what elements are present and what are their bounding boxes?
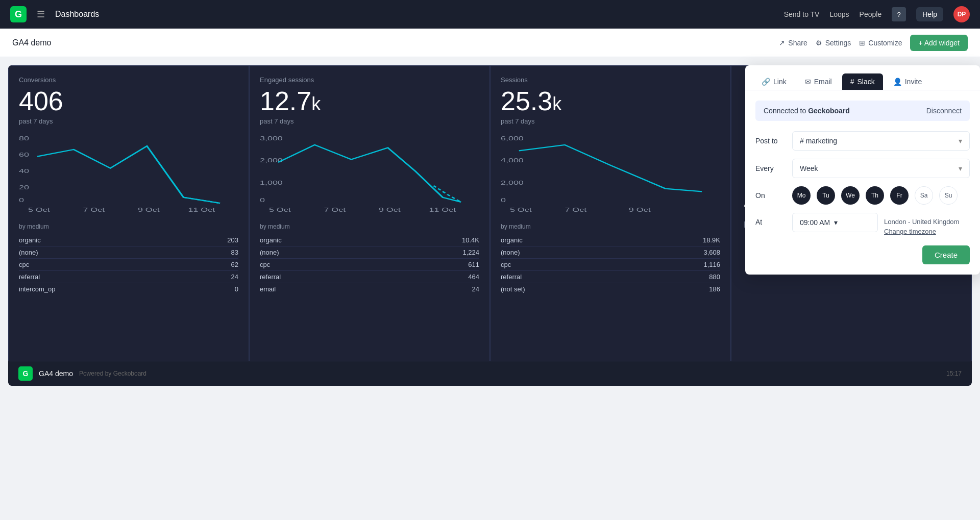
- slack-icon: #: [850, 78, 854, 86]
- at-row: At 09:00 AM ▾ London - United Kingdom Ch…: [755, 213, 970, 235]
- at-time-chevron: ▾: [834, 218, 838, 227]
- on-label: On: [755, 191, 786, 200]
- day-th[interactable]: Th: [866, 186, 884, 205]
- settings-icon: ⚙: [816, 39, 822, 47]
- every-value: Week: [800, 164, 818, 172]
- day-mo[interactable]: Mo: [792, 186, 811, 205]
- x-7oct: 7 Oct: [83, 207, 105, 213]
- popover-tabs: 🔗 Link ✉ Email # Slack 👤 Invite: [745, 65, 980, 90]
- x2-9oct: 9 Oct: [379, 207, 401, 213]
- day-su[interactable]: Su: [939, 186, 958, 205]
- on-days-row: On Mo Tu We Th Fr Sa Su: [755, 186, 970, 205]
- x-9oct: 9 Oct: [138, 207, 160, 213]
- tab-link[interactable]: 🔗 Link: [753, 73, 795, 90]
- customize-label: Customize: [868, 39, 902, 47]
- create-button[interactable]: Create: [922, 245, 970, 264]
- medium3-referral: referral880: [501, 271, 720, 283]
- conversions-value: 406: [19, 88, 238, 114]
- day-tu[interactable]: Tu: [817, 186, 835, 205]
- post-to-select[interactable]: # marketing ▾: [792, 131, 970, 151]
- footer-powered: Powered by Geckoboard: [79, 370, 146, 377]
- footer-logo: G: [18, 366, 33, 381]
- send-to-tv-link[interactable]: Send to TV: [784, 10, 820, 18]
- slack-popover: 🔗 Link ✉ Email # Slack 👤 Invite Connecte…: [745, 65, 980, 275]
- sessions-label: Sessions: [501, 76, 720, 84]
- subheader: GA4 demo ↗ Share ⚙ Settings ⊞ Customize …: [0, 29, 980, 57]
- medium3-organic: organic18.9K: [501, 234, 720, 246]
- add-widget-button[interactable]: + Add widget: [910, 35, 968, 51]
- help-button[interactable]: Help: [916, 7, 943, 21]
- conversions-medium: by medium organic203 (none)83 cpc62 refe…: [19, 223, 238, 295]
- customize-button[interactable]: ⊞ Customize: [859, 39, 902, 47]
- y3-4000: 4,000: [501, 157, 524, 163]
- footer-time: 15:17: [946, 370, 962, 377]
- every-label: Every: [755, 164, 786, 172]
- medium3-cpc: cpc1,116: [501, 259, 720, 271]
- at-time-select[interactable]: 09:00 AM ▾: [792, 213, 878, 232]
- tab-slack[interactable]: # Slack: [842, 73, 883, 90]
- page-title: GA4 demo: [12, 38, 779, 47]
- avatar[interactable]: DP: [953, 6, 970, 22]
- y-label-40: 40: [19, 167, 29, 174]
- share-label: Share: [788, 39, 807, 47]
- medium3-none: (none)3,608: [501, 246, 720, 259]
- y3-2000: 2,000: [501, 179, 524, 186]
- every-chevron-icon: ▾: [959, 164, 962, 172]
- share-button[interactable]: ↗ Share: [779, 39, 807, 47]
- conversions-label: Conversions: [19, 76, 238, 84]
- tab-slack-label: Slack: [857, 78, 875, 86]
- change-timezone-link[interactable]: Change timezone: [884, 228, 970, 235]
- conversions-chart: 80 60 40 20 0 5 Oct 7 Oct 9 Oct 11 Oct: [19, 133, 238, 215]
- engaged-chart: 3,000 2,000 1,000 0 5 Oct 7 Oct 9 Oct 11…: [260, 133, 479, 215]
- x3-7oct: 7 Oct: [565, 207, 587, 213]
- sessions-card: Sessions 25.3k past 7 days 6,000 4,000 2…: [490, 65, 731, 361]
- topnav-title: Dashboards: [55, 10, 99, 19]
- menu-icon[interactable]: ☰: [37, 9, 45, 20]
- medium2-cpc: cpc611: [260, 259, 479, 271]
- help-q-icon[interactable]: ?: [892, 7, 906, 21]
- conversions-sub: past 7 days: [19, 117, 238, 125]
- post-to-label: Post to: [755, 137, 786, 145]
- tab-email[interactable]: ✉ Email: [797, 73, 840, 90]
- day-sa[interactable]: Sa: [915, 186, 933, 205]
- engaged-value: 12.7k: [260, 88, 479, 114]
- loops-link[interactable]: Loops: [829, 10, 849, 18]
- chevron-down-icon: ▾: [959, 137, 962, 145]
- tab-invite[interactable]: 👤 Invite: [885, 73, 930, 90]
- x-11oct: 11 Oct: [188, 207, 215, 213]
- every-row: Every Week ▾: [755, 159, 970, 178]
- every-select[interactable]: Week ▾: [792, 159, 970, 178]
- tab-email-label: Email: [814, 78, 832, 86]
- y3-0: 0: [501, 196, 506, 203]
- connected-text: Connected to Geckoboard: [764, 107, 850, 115]
- topnav: G ☰ Dashboards Send to TV Loops People ?…: [0, 0, 980, 29]
- people-link[interactable]: People: [860, 10, 882, 18]
- medium-referral: referral24: [19, 271, 238, 283]
- x3-9oct: 9 Oct: [629, 207, 651, 213]
- y-3000: 3,000: [260, 135, 283, 141]
- medium-none: (none)83: [19, 246, 238, 259]
- x-5oct: 5 Oct: [28, 207, 51, 213]
- settings-button[interactable]: ⚙ Settings: [816, 39, 851, 47]
- popover-body: Connected to Geckoboard Disconnect Post …: [745, 90, 980, 275]
- sessions-line: [519, 145, 702, 191]
- footer-name: GA4 demo: [39, 369, 73, 378]
- x2-7oct: 7 Oct: [324, 207, 346, 213]
- day-fr[interactable]: Fr: [890, 186, 909, 205]
- share-icon: ↗: [779, 39, 785, 47]
- y-label-0: 0: [19, 196, 24, 203]
- settings-label: Settings: [825, 39, 851, 47]
- engaged-line-dashed: [433, 186, 461, 202]
- link-icon: 🔗: [762, 78, 770, 86]
- at-label: At: [755, 213, 786, 226]
- conversions-by-medium: by medium: [19, 223, 238, 230]
- engaged-by-medium: by medium: [260, 223, 479, 230]
- subheader-actions: ↗ Share ⚙ Settings ⊞ Customize + Add wid…: [779, 35, 968, 51]
- medium3-notset: (not set)186: [501, 283, 720, 295]
- post-to-value: # marketing: [800, 137, 837, 145]
- engaged-label: Engaged sessions: [260, 76, 479, 84]
- disconnect-button[interactable]: Disconnect: [926, 107, 962, 115]
- medium-cpc: cpc62: [19, 259, 238, 271]
- day-we[interactable]: We: [841, 186, 860, 205]
- logo[interactable]: G: [10, 6, 27, 22]
